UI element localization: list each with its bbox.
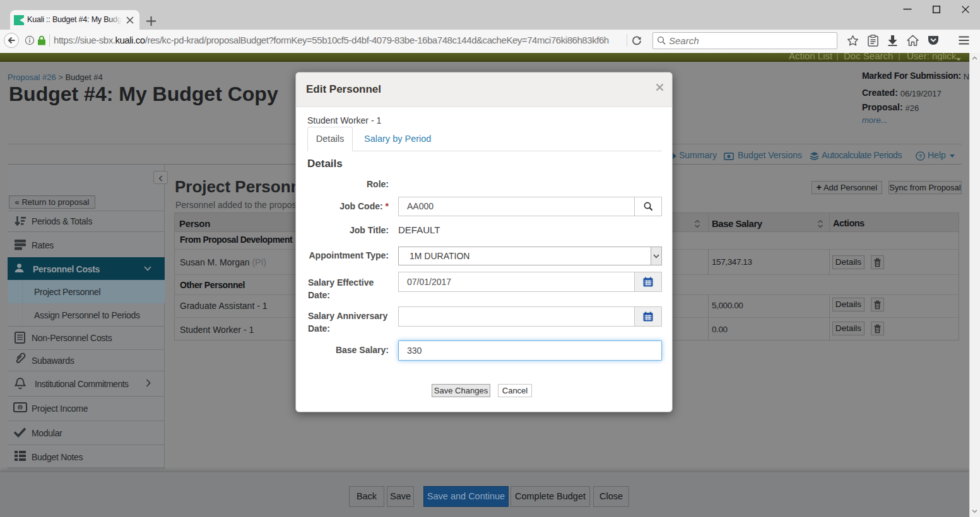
svg-text:?: ? [919, 153, 923, 160]
svg-text:0: 0 [19, 405, 21, 410]
